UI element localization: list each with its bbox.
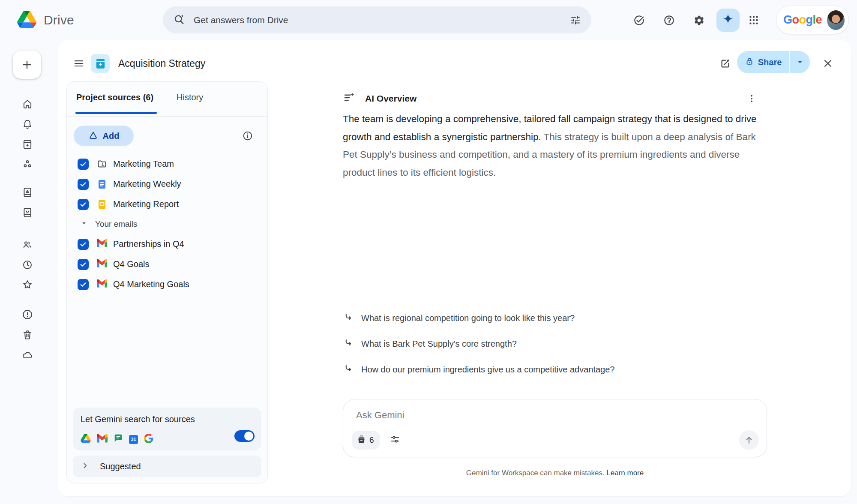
suggested-section[interactable]: Suggested bbox=[73, 456, 261, 477]
sidebar-shared-with-me-icon[interactable] bbox=[21, 239, 33, 251]
source-row[interactable]: Marketing Report bbox=[67, 194, 267, 214]
sources-info-button[interactable] bbox=[240, 128, 255, 144]
ask-gemini-composer[interactable]: Ask Gemini 6 bbox=[343, 399, 767, 457]
drive-brand[interactable]: Drive bbox=[17, 0, 74, 40]
checkbox-checked[interactable] bbox=[78, 239, 89, 250]
sidebar-activity-icon[interactable] bbox=[21, 118, 33, 130]
calendar-mini-icon: 31 bbox=[129, 435, 138, 444]
drive-gemini-screen: Drive Get answers from Drive bbox=[0, 0, 857, 504]
add-row: Add bbox=[74, 126, 261, 146]
emails-group-header[interactable]: Your emails bbox=[67, 214, 267, 234]
share-button[interactable]: Share bbox=[737, 51, 789, 73]
share-split-button: Share bbox=[737, 51, 810, 73]
google-docs-icon bbox=[97, 179, 107, 189]
checkbox-checked[interactable] bbox=[78, 179, 89, 190]
apps-grid-button[interactable] bbox=[743, 10, 764, 30]
checkbox-checked[interactable] bbox=[78, 199, 89, 210]
subdirectory-arrow-icon bbox=[343, 338, 354, 350]
ask-gemini-input[interactable]: Ask Gemini bbox=[356, 410, 404, 421]
gmail-icon bbox=[97, 239, 107, 249]
overview-paragraph: The team is developing a comprehensive, … bbox=[343, 110, 771, 181]
add-source-button[interactable]: Add bbox=[74, 126, 134, 146]
app-name: Drive bbox=[44, 13, 74, 27]
gemini-disclaimer: Gemini for Workspace can make mistakes. … bbox=[343, 469, 767, 477]
close-panel-button[interactable] bbox=[818, 53, 838, 74]
source-label: Marketing Report bbox=[113, 199, 179, 209]
drive-mini-icon bbox=[81, 434, 91, 445]
sidebar-home-icon[interactable] bbox=[21, 98, 33, 110]
google-wordmark: Google bbox=[783, 13, 822, 27]
sidebar-spam-icon[interactable] bbox=[21, 309, 33, 321]
collapse-caret-icon[interactable] bbox=[81, 220, 87, 228]
gemini-spark-button[interactable] bbox=[716, 9, 740, 32]
checkbox-checked[interactable] bbox=[78, 259, 89, 270]
question-text: What is Bark Pet Supply's core strength? bbox=[361, 339, 517, 349]
suggested-label: Suggested bbox=[100, 462, 141, 471]
sidebar-trash-icon[interactable] bbox=[21, 329, 33, 341]
composer-toolbar: 6 bbox=[352, 430, 759, 450]
sidebar-starred-icon[interactable] bbox=[21, 279, 33, 291]
source-row[interactable]: Marketing Team bbox=[67, 154, 267, 174]
checkbox-checked[interactable] bbox=[78, 159, 89, 170]
chat-mini-icon bbox=[114, 434, 123, 445]
search-input[interactable]: Get answers from Drive bbox=[194, 15, 288, 25]
sidebar-workspaces-icon[interactable] bbox=[21, 158, 33, 170]
suggested-questions: What is regional competition going to lo… bbox=[343, 311, 767, 388]
user-avatar[interactable] bbox=[827, 10, 845, 30]
sources-count-chip[interactable]: 6 bbox=[352, 431, 380, 450]
search-bar[interactable]: Get answers from Drive bbox=[163, 6, 591, 33]
subdirectory-arrow-icon bbox=[343, 312, 354, 324]
rename-button[interactable] bbox=[715, 53, 735, 74]
google-slides-icon bbox=[97, 199, 107, 210]
sidebar-storage-icon[interactable] bbox=[21, 349, 33, 361]
source-row[interactable]: Q4 Goals bbox=[67, 254, 267, 274]
source-row[interactable]: Marketing Weekly bbox=[67, 174, 267, 194]
approvals-button[interactable] bbox=[629, 10, 649, 30]
sidebar-gemini-notebook-icon[interactable] bbox=[21, 138, 33, 150]
google-account-pill[interactable]: Google bbox=[776, 6, 849, 34]
add-source-label: Add bbox=[103, 131, 120, 141]
send-button[interactable] bbox=[739, 430, 759, 450]
overview-more-button[interactable] bbox=[746, 93, 757, 104]
source-row[interactable]: Partnerships in Q4 bbox=[67, 234, 267, 254]
source-label: Marketing Team bbox=[113, 159, 174, 169]
sidebar-my-drive-icon[interactable] bbox=[21, 186, 33, 198]
panel-menu-button[interactable] bbox=[73, 57, 85, 69]
source-row[interactable]: Q4 Marketing Goals bbox=[67, 274, 267, 294]
question-text: How do our premium ingredients give us a… bbox=[361, 365, 614, 375]
gemini-search-label: Let Gemini search for sources bbox=[81, 414, 195, 424]
suggested-question[interactable]: How do our premium ingredients give us a… bbox=[343, 362, 767, 377]
chevron-right-icon bbox=[81, 462, 89, 471]
share-dropdown-button[interactable] bbox=[790, 51, 810, 73]
help-button[interactable] bbox=[659, 10, 679, 30]
checkbox-checked[interactable] bbox=[78, 279, 89, 290]
suggested-question[interactable]: What is Bark Pet Supply's core strength? bbox=[343, 336, 767, 351]
sidebar-shared-drives-icon[interactable] bbox=[21, 207, 33, 219]
gemini-panel: Acquisition Strategy Share Project sourc… bbox=[57, 40, 851, 496]
search-spark-icon bbox=[173, 13, 185, 27]
drive-logo-icon bbox=[17, 11, 36, 30]
source-list: Marketing Team Marketing Weekly Marketin… bbox=[67, 154, 267, 294]
tab-history[interactable]: History bbox=[177, 93, 203, 102]
sources-count: 6 bbox=[369, 435, 374, 445]
composer-tune-icon[interactable] bbox=[390, 434, 401, 447]
new-button[interactable] bbox=[13, 51, 41, 79]
shared-folder-icon bbox=[97, 159, 107, 169]
source-label: Marketing Weekly bbox=[113, 179, 181, 189]
lock-icon bbox=[745, 57, 754, 68]
ai-overview-title: AI Overview bbox=[365, 93, 417, 104]
gmail-icon bbox=[97, 279, 107, 290]
source-app-icons: 31 bbox=[81, 434, 153, 445]
sidebar-recent-icon[interactable] bbox=[21, 259, 33, 271]
active-tab-indicator bbox=[75, 112, 157, 114]
gemini-search-toggle[interactable] bbox=[234, 430, 255, 442]
add-source-icon bbox=[88, 130, 98, 142]
gmail-icon bbox=[97, 259, 107, 270]
tab-project-sources[interactable]: Project sources (6) bbox=[76, 93, 153, 102]
settings-button[interactable] bbox=[689, 10, 709, 30]
learn-more-link[interactable]: Learn more bbox=[606, 469, 644, 477]
search-options-icon[interactable] bbox=[570, 15, 581, 26]
share-label: Share bbox=[758, 57, 782, 67]
suggested-question[interactable]: What is regional competition going to lo… bbox=[343, 311, 767, 325]
project-sources-panel: Project sources (6) History Add bbox=[66, 81, 268, 483]
